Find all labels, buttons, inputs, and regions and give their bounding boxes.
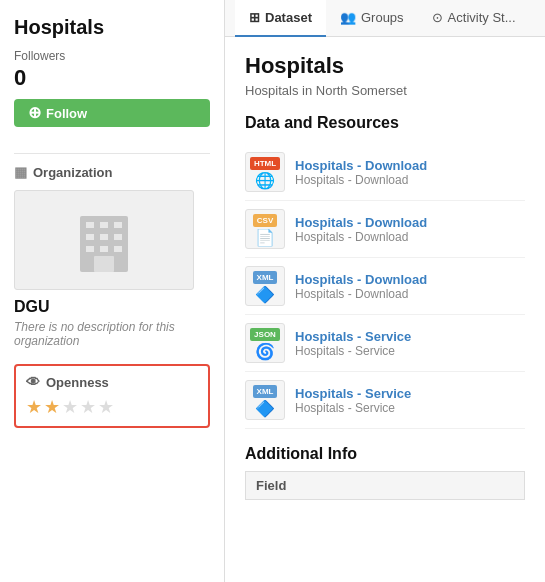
resource-text-2: Hospitals - Download Hospitals - Downloa…: [295, 215, 427, 244]
field-header: Field: [246, 472, 525, 500]
resource-icon-json: JSON 🌀: [245, 323, 285, 363]
resource-text-4: Hospitals - Service Hospitals - Service: [295, 329, 411, 358]
svg-rect-1: [86, 222, 94, 228]
svg-rect-5: [100, 234, 108, 240]
svg-rect-6: [114, 234, 122, 240]
star-2: ★: [44, 396, 60, 418]
divider-1: [14, 153, 210, 154]
dataset-icon: ⊞: [249, 10, 260, 25]
info-table: Field: [245, 471, 525, 500]
json-badge: JSON: [250, 328, 280, 341]
resource-icon-html: HTML 🌐: [245, 152, 285, 192]
star-3: ★: [62, 396, 78, 418]
svg-rect-4: [86, 234, 94, 240]
sidebar-title: Hospitals: [14, 16, 210, 39]
svg-rect-10: [94, 256, 114, 272]
xml-graphic: 🔷: [255, 287, 275, 303]
openness-box: 👁 Openness ★ ★ ★ ★ ★: [14, 364, 210, 428]
xml-badge: XML: [253, 271, 278, 284]
organization-section-header: ▦ Organization: [14, 164, 210, 180]
svg-rect-2: [100, 222, 108, 228]
activity-icon: ⊙: [432, 10, 443, 25]
eye-icon: 👁: [26, 374, 40, 390]
resource-item-3[interactable]: XML 🔷 Hospitals - Download Hospitals - D…: [245, 258, 525, 315]
resource-icon-xml: XML 🔷: [245, 266, 285, 306]
follow-button[interactable]: ⊕ Follow: [14, 99, 210, 127]
stars-container: ★ ★ ★ ★ ★: [26, 396, 198, 418]
svg-rect-9: [114, 246, 122, 252]
building-svg: [72, 208, 136, 272]
building-icon: ▦: [14, 164, 27, 180]
additional-info-section: Additional Info Field: [245, 445, 525, 500]
star-5: ★: [98, 396, 114, 418]
resource-list: HTML 🌐 Hospitals - Download Hospitals - …: [245, 144, 525, 429]
followers-count: 0: [14, 65, 210, 91]
tabs-bar: ⊞ Dataset 👥 Groups ⊙ Activity St...: [225, 0, 545, 37]
resource-text-3: Hospitals - Download Hospitals - Downloa…: [295, 272, 427, 301]
followers-label: Followers: [14, 49, 210, 63]
html-graphic: 🌐: [255, 173, 275, 189]
tab-dataset[interactable]: ⊞ Dataset: [235, 0, 326, 37]
main-content: ⊞ Dataset 👥 Groups ⊙ Activity St... Hosp…: [225, 0, 545, 582]
groups-icon: 👥: [340, 10, 356, 25]
org-description: There is no description for this organiz…: [14, 320, 210, 348]
resource-item-2[interactable]: CSV 📄 Hospitals - Download Hospitals - D…: [245, 201, 525, 258]
svg-rect-3: [114, 222, 122, 228]
xml2-badge: XML: [253, 385, 278, 398]
svg-rect-8: [100, 246, 108, 252]
sidebar: Hospitals Followers 0 ⊕ Follow ▦ Organiz…: [0, 0, 225, 582]
resource-item-1[interactable]: HTML 🌐 Hospitals - Download Hospitals - …: [245, 144, 525, 201]
tab-groups[interactable]: 👥 Groups: [326, 0, 418, 37]
xml2-graphic: 🔷: [255, 401, 275, 417]
org-logo: [14, 190, 194, 290]
star-1: ★: [26, 396, 42, 418]
resource-item-5[interactable]: XML 🔷 Hospitals - Service Hospitals - Se…: [245, 372, 525, 429]
star-4: ★: [80, 396, 96, 418]
json-graphic: 🌀: [255, 344, 275, 360]
svg-rect-7: [86, 246, 94, 252]
dataset-subtitle: Hospitals in North Somerset: [245, 83, 525, 98]
content-area: Hospitals Hospitals in North Somerset Da…: [225, 37, 545, 582]
additional-info-heading: Additional Info: [245, 445, 525, 463]
csv-graphic: 📄: [255, 230, 275, 246]
resource-text-1: Hospitals - Download Hospitals - Downloa…: [295, 158, 427, 187]
tab-activity[interactable]: ⊙ Activity St...: [418, 0, 530, 37]
data-resources-heading: Data and Resources: [245, 114, 525, 132]
dataset-title: Hospitals: [245, 53, 525, 79]
resource-icon-csv: CSV 📄: [245, 209, 285, 249]
resource-item-4[interactable]: JSON 🌀 Hospitals - Service Hospitals - S…: [245, 315, 525, 372]
resource-icon-xml2: XML 🔷: [245, 380, 285, 420]
csv-badge: CSV: [253, 214, 277, 227]
html-badge: HTML: [250, 157, 280, 170]
resource-text-5: Hospitals - Service Hospitals - Service: [295, 386, 411, 415]
openness-header: 👁 Openness: [26, 374, 198, 390]
plus-icon: ⊕: [28, 105, 41, 121]
org-name: DGU: [14, 298, 210, 316]
